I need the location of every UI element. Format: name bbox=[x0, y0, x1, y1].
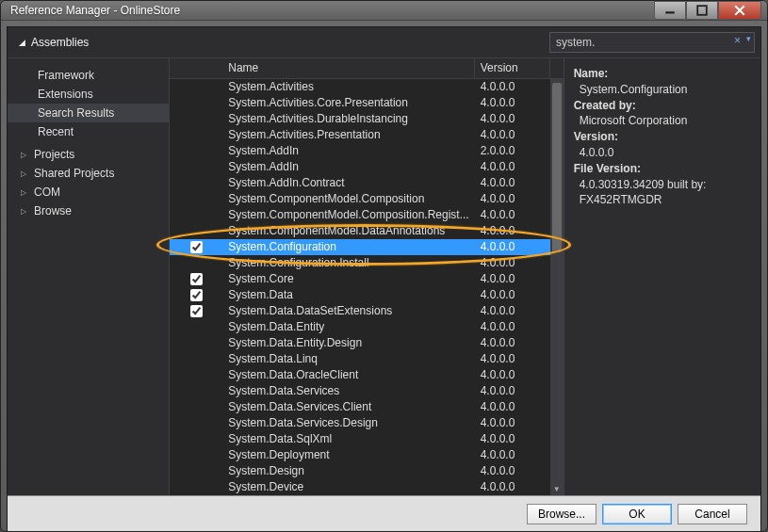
sidebar-item-shared-projects[interactable]: ▷ Shared Projects bbox=[8, 164, 169, 183]
table-row[interactable]: System.Activities4.0.0.0 bbox=[170, 79, 563, 95]
table-row[interactable]: System.Data.DataSetExtensions4.0.0.0 bbox=[170, 303, 563, 319]
ok-button[interactable]: OK bbox=[602, 504, 672, 524]
row-version: 4.0.0.0 bbox=[475, 127, 550, 143]
details-value-version: 4.0.0.0 bbox=[574, 145, 751, 161]
row-version: 4.0.0.0 bbox=[475, 95, 550, 111]
browse-button[interactable]: Browse... bbox=[527, 504, 596, 524]
row-version: 4.0.0.0 bbox=[475, 415, 550, 431]
table-row[interactable]: System.Data.OracleClient4.0.0.0 bbox=[170, 367, 563, 383]
sidebar-item-com[interactable]: ▷ COM bbox=[8, 183, 169, 202]
row-version: 4.0.0.0 bbox=[475, 207, 550, 223]
row-name: System.Data.Entity.Design bbox=[222, 335, 474, 351]
sidebar: Framework Extensions Search Results Rece… bbox=[8, 58, 169, 495]
table-row[interactable]: System.Data.Entity.Design4.0.0.0 bbox=[170, 335, 563, 351]
table-row[interactable]: System.ComponentModel.Composition.Regist… bbox=[170, 207, 563, 223]
column-header-version[interactable]: Version bbox=[475, 58, 550, 78]
sidebar-item-framework[interactable]: Framework bbox=[8, 66, 169, 85]
sidebar-item-label: Shared Projects bbox=[34, 167, 114, 180]
cancel-button[interactable]: Cancel bbox=[678, 504, 747, 524]
row-version: 4.0.0.0 bbox=[475, 463, 550, 479]
row-checkbox[interactable] bbox=[190, 305, 203, 317]
table-row[interactable]: System.Design4.0.0.0 bbox=[170, 463, 563, 479]
sidebar-item-projects[interactable]: ▷ Projects bbox=[8, 145, 169, 164]
vertical-scrollbar[interactable]: ▲ ▼ bbox=[550, 79, 564, 495]
clear-search-icon[interactable]: × bbox=[734, 34, 741, 47]
sidebar-item-browse[interactable]: ▷ Browse bbox=[8, 202, 169, 220]
row-name: System.Data.Services.Design bbox=[222, 415, 474, 431]
row-name: System.Data bbox=[222, 287, 474, 303]
search-input[interactable] bbox=[549, 32, 755, 53]
table-row[interactable]: System.AddIn4.0.0.0 bbox=[170, 159, 563, 175]
row-checkbox[interactable] bbox=[190, 289, 203, 301]
table-row[interactable]: System.Configuration4.0.0.0 bbox=[170, 239, 563, 255]
table-row[interactable]: System.Data4.0.0.0 bbox=[170, 287, 563, 303]
breadcrumb[interactable]: ◢ Assemblies bbox=[13, 32, 173, 53]
sidebar-item-label: COM bbox=[34, 185, 60, 199]
table-row[interactable]: System.AddIn2.0.0.0 bbox=[170, 143, 563, 159]
dialog-body: ◢ Assemblies × ▾ Framework Extensions Se… bbox=[7, 26, 761, 532]
row-name: System.ComponentModel.Composition bbox=[222, 191, 474, 207]
row-checkbox[interactable] bbox=[190, 273, 203, 285]
table-row[interactable]: System.Core4.0.0.0 bbox=[170, 271, 563, 287]
table-row[interactable]: System.Configuration.Install4.0.0.0 bbox=[170, 255, 563, 271]
table-row[interactable]: System.Data.Services.Design4.0.0.0 bbox=[170, 415, 563, 431]
row-name: System.AddIn.Contract bbox=[222, 175, 474, 191]
table-row[interactable]: System.ComponentModel.DataAnnotations4.0… bbox=[170, 223, 563, 239]
details-value-created: Microsoft Corporation bbox=[574, 113, 751, 129]
table-row[interactable]: System.ComponentModel.Composition4.0.0.0 bbox=[170, 191, 563, 207]
row-version: 4.0.0.0 bbox=[475, 367, 550, 383]
row-version: 4.0.0.0 bbox=[475, 431, 550, 447]
minimize-button[interactable] bbox=[654, 1, 686, 20]
table-row[interactable]: System.Activities.Core.Presentation4.0.0… bbox=[170, 95, 563, 111]
table-row[interactable]: System.Activities.DurableInstancing4.0.0… bbox=[170, 111, 563, 127]
row-version: 4.0.0.0 bbox=[475, 335, 550, 351]
row-version: 4.0.0.0 bbox=[475, 287, 550, 303]
row-version: 4.0.0.0 bbox=[475, 111, 550, 127]
row-name: System.Data.Entity bbox=[222, 319, 474, 335]
table-row[interactable]: System.Data.Entity4.0.0.0 bbox=[170, 319, 563, 335]
row-version: 4.0.0.0 bbox=[475, 319, 550, 335]
titlebar[interactable]: Reference Manager - OnlineStore bbox=[1, 1, 767, 21]
close-button[interactable] bbox=[718, 1, 761, 20]
details-value-file-version-2: FX452RTMGDR bbox=[574, 192, 751, 208]
chevron-right-icon: ▷ bbox=[21, 188, 28, 197]
sidebar-item-extensions[interactable]: Extensions bbox=[8, 85, 169, 104]
scroll-down-icon[interactable]: ▼ bbox=[550, 482, 564, 495]
list-rows[interactable]: System.Activities4.0.0.0System.Activitie… bbox=[170, 79, 563, 495]
row-version: 4.0.0.0 bbox=[475, 351, 550, 367]
row-name: System.Data.DataSetExtensions bbox=[222, 303, 474, 319]
table-row[interactable]: System.AddIn.Contract4.0.0.0 bbox=[170, 175, 563, 191]
row-checkbox[interactable] bbox=[190, 241, 203, 253]
reference-manager-window: Reference Manager - OnlineStore ◢ Assemb… bbox=[0, 0, 768, 532]
row-name: System.ComponentModel.Composition.Regist… bbox=[222, 207, 474, 223]
maximize-button[interactable] bbox=[686, 1, 718, 20]
maximize-icon bbox=[696, 5, 708, 16]
search-dropdown-icon[interactable]: ▾ bbox=[746, 34, 751, 47]
table-row[interactable]: System.Data.Services.Client4.0.0.0 bbox=[170, 399, 563, 415]
row-name: System.Data.Services bbox=[222, 383, 474, 399]
column-header-name[interactable]: Name bbox=[222, 58, 474, 78]
table-row[interactable]: System.Data.SqlXml4.0.0.0 bbox=[170, 431, 563, 447]
chevron-right-icon: ▷ bbox=[21, 207, 28, 216]
row-version: 4.0.0.0 bbox=[475, 479, 550, 495]
chevron-right-icon: ▷ bbox=[21, 169, 28, 178]
row-version: 2.0.0.0 bbox=[475, 143, 550, 159]
details-value-name: System.Configuration bbox=[574, 82, 751, 98]
chevron-right-icon: ▷ bbox=[21, 151, 28, 159]
table-row[interactable]: System.Device4.0.0.0 bbox=[170, 479, 563, 495]
row-version: 4.0.0.0 bbox=[475, 239, 550, 255]
minimize-icon bbox=[664, 5, 676, 16]
table-row[interactable]: System.Data.Services4.0.0.0 bbox=[170, 383, 563, 399]
details-value-file-version-1: 4.0.30319.34209 built by: bbox=[574, 177, 751, 193]
scroll-thumb[interactable] bbox=[552, 83, 562, 252]
table-row[interactable]: System.Data.Linq4.0.0.0 bbox=[170, 351, 563, 367]
table-row[interactable]: System.Deployment4.0.0.0 bbox=[170, 447, 563, 463]
details-label-created: Created by: bbox=[574, 99, 636, 112]
list-header: Name Version bbox=[170, 58, 563, 79]
table-row[interactable]: System.Activities.Presentation4.0.0.0 bbox=[170, 127, 563, 143]
row-name: System.Data.Services.Client bbox=[222, 399, 474, 415]
row-version: 4.0.0.0 bbox=[475, 159, 550, 175]
sidebar-item-search-results[interactable]: Search Results bbox=[8, 104, 169, 122]
row-name: System.Configuration.Install bbox=[222, 255, 474, 271]
sidebar-item-recent[interactable]: Recent bbox=[8, 122, 169, 141]
